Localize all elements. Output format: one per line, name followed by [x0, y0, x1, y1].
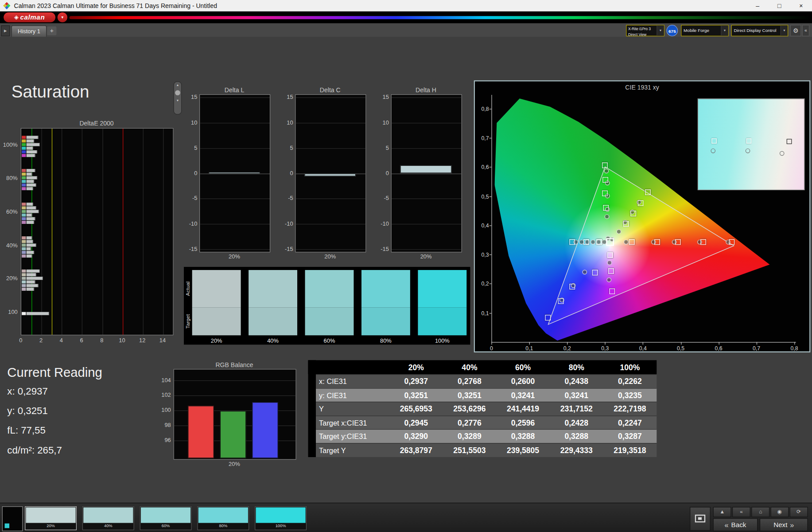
deltae-bar: [27, 273, 36, 276]
tab-history-1[interactable]: History 1: [12, 25, 47, 37]
add-tab-button[interactable]: +: [47, 27, 56, 35]
table-row: Target y:CIE310,32900,32890,32880,32880,…: [316, 429, 657, 443]
swatch-label: 60%: [305, 337, 354, 344]
deltae-bar: [27, 210, 39, 213]
close-button[interactable]: ×: [790, 0, 812, 12]
delta-gridline: [296, 98, 366, 98]
thumbnail-swatch-icon: [5, 524, 10, 528]
workflow-selector-dropdown[interactable]: Direct Display Control ▼: [731, 25, 789, 36]
patch-swatch-80%[interactable]: 80%: [197, 506, 249, 530]
back-button[interactable]: « Back: [713, 518, 758, 531]
delta-y-tick-label: -5: [384, 195, 389, 201]
deltae-gridline: [102, 129, 103, 335]
delta-gridline: [392, 148, 462, 149]
meter-selector-dropdown[interactable]: X-Rite i1Pro 3 Direct View ▼: [626, 25, 664, 36]
minimize-button[interactable]: –: [747, 0, 769, 12]
delta-gridline: [392, 123, 462, 123]
nav-record-button[interactable]: ◉: [770, 507, 789, 517]
chevron-down-icon: ▼: [721, 25, 728, 35]
patch-swatch-60%[interactable]: 60%: [140, 506, 192, 530]
swatch-actual: [361, 270, 410, 307]
delta-gridline: [296, 224, 366, 224]
cie-x-tick-label: 0,2: [563, 345, 571, 352]
current-reading-title: Current Reading: [7, 365, 102, 380]
logo-bar: ◈ calman ▼: [0, 12, 812, 23]
delta-y-tick-label: 15: [287, 94, 293, 100]
deltae-x-tick-label: 2: [39, 337, 43, 343]
settings-gear-button[interactable]: ⚙: [790, 25, 801, 36]
history-scrollbar[interactable]: ▲ ▼: [174, 82, 182, 115]
cie-x-tick: [529, 342, 530, 345]
collapse-toolbar-button[interactable]: «: [802, 25, 809, 36]
deltae-bar-chip: [22, 206, 26, 209]
swatch-target: [361, 307, 410, 335]
target-point: [729, 239, 735, 245]
delta-l-y-axis: 151050-5-10-15: [186, 94, 199, 251]
delta-h-title: Delta H: [391, 86, 461, 94]
table-cell: 0,2776: [443, 416, 496, 430]
nav-up-button[interactable]: ▲: [713, 507, 731, 517]
deltae-bar-chip: [22, 243, 26, 246]
swatch-target: [192, 307, 241, 335]
delta-gridline: [392, 173, 462, 174]
meter-mode: Direct View: [628, 32, 657, 36]
calman-logo[interactable]: ◈ calman: [4, 12, 55, 22]
delta-h-x-label: 20%: [391, 254, 461, 260]
swatch-column: 40%: [249, 267, 297, 344]
slide-thumbnail[interactable]: [2, 506, 23, 531]
cie-x-tick: [643, 342, 643, 345]
deltae-y-label: 40%: [6, 242, 18, 248]
nav-rewind-button[interactable]: «: [732, 507, 750, 517]
swatch-caption: 60%: [140, 523, 191, 529]
source-selector-dropdown[interactable]: Mobile Forge ▼: [681, 25, 729, 36]
table-cell: 229,4333: [550, 444, 603, 458]
deltae-bar-chip: [22, 213, 26, 216]
deltae-gridline: [62, 129, 62, 335]
monitor-icon: [695, 515, 705, 523]
target-point: [675, 239, 681, 245]
deltae-bar-chip: [22, 183, 26, 186]
measured-point: [591, 240, 595, 245]
swatch-caption: 100%: [255, 523, 306, 529]
deltae-bar-chip: [22, 139, 26, 142]
nav-refresh-button[interactable]: ⟳: [790, 507, 808, 517]
target-point: [603, 205, 609, 211]
deltae-bar: [27, 150, 37, 153]
maximize-button[interactable]: □: [769, 0, 790, 12]
rgb-bar-green: [220, 411, 246, 458]
title-bar: Calman 2023 Calman Ultimate for Business…: [0, 0, 812, 12]
table-cell: 251,5503: [443, 444, 496, 458]
patch-swatch-20%[interactable]: 20%: [25, 506, 77, 530]
target-point: [569, 284, 575, 289]
display-control-button[interactable]: [690, 507, 711, 531]
deltae-bar: [27, 213, 32, 216]
table-cell: 0,2438: [550, 375, 603, 388]
cie-x-tick: [491, 342, 492, 345]
delta-gridline: [200, 199, 270, 199]
actual-row-label: Actual: [185, 270, 191, 307]
patch-swatch-100%[interactable]: 100%: [255, 506, 307, 530]
target-point: [569, 239, 575, 245]
expand-panel-button[interactable]: ▶: [1, 25, 10, 36]
scroll-down-button[interactable]: ▼: [174, 98, 181, 104]
cie-y-tick: [490, 167, 492, 168]
scroll-up-button[interactable]: ▲: [174, 82, 181, 88]
cie-y-tick-label: 0,3: [475, 251, 489, 258]
swatch-actual: [192, 270, 241, 307]
table-cell: 0,3241: [496, 388, 549, 402]
next-button[interactable]: Next »: [760, 518, 808, 531]
swatch-color: [83, 507, 133, 523]
delta-bar: [209, 172, 260, 173]
swatch-actual: [249, 270, 297, 307]
scroll-thumb[interactable]: [175, 90, 180, 95]
deltae-bar: [27, 269, 40, 272]
logo-menu-button[interactable]: ▼: [58, 12, 67, 22]
delta-y-tick-label: 10: [191, 119, 197, 125]
patch-swatch-40%[interactable]: 40%: [82, 506, 134, 530]
table-cell: 0,3287: [603, 430, 657, 444]
cie-y-tick: [490, 109, 492, 109]
nav-home-button[interactable]: ⌂: [751, 507, 769, 517]
delta-y-tick-label: 0: [290, 170, 293, 176]
deltae-bar-chip: [22, 254, 26, 257]
cie-y-tick: [490, 225, 492, 226]
